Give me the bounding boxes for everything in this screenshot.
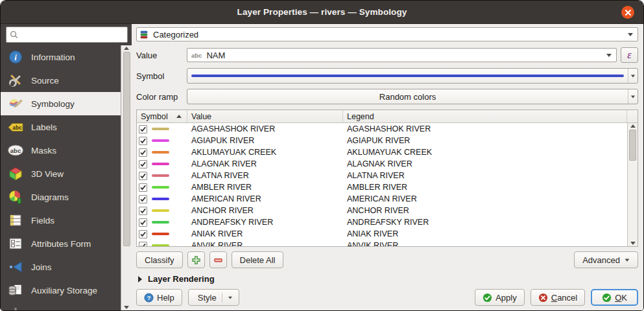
symbol-dropdown[interactable] [628,69,638,83]
column-header-legend[interactable]: Legend [343,110,627,122]
remove-category-button[interactable] [209,251,227,268]
checkmark-icon [139,196,147,203]
sidebar-item-joins[interactable]: Joins [1,255,121,279]
expression-builder-button[interactable]: ε [621,47,638,63]
style-button[interactable]: Style [188,289,239,306]
layer-properties-dialog: Layer Properties — rivers — Symbology iI… [0,0,644,311]
category-row[interactable]: AKLUMAYUAK CREEKAKLUMAYUAK CREEK [137,146,627,158]
sidebar-item-3d-view[interactable]: 3D View [1,162,121,185]
svg-text:abc: abc [10,147,20,154]
category-row[interactable]: ANDREAFSKY RIVERANDREAFSKY RIVER [137,216,627,228]
close-button[interactable] [621,6,634,19]
color-ramp-dropdown[interactable] [628,89,638,104]
category-checkbox[interactable] [139,242,147,247]
sidebar-item-symbology[interactable]: Symbology [1,92,121,115]
help-icon: ? [144,293,154,303]
sidebar-item-information[interactable]: iInformation [1,45,121,69]
checkmark-icon [139,184,147,191]
layer-rendering-label: Layer Rendering [148,274,215,284]
sidebar-item-masks[interactable]: abcMasks [1,139,121,162]
dialog-body: iInformationSourceSymbologyabcLabelsabcM… [1,24,643,310]
scroll-down-icon[interactable] [630,242,636,245]
cancel-icon [538,293,548,303]
renderer-selected-value: Categorized [153,30,198,40]
sidebar-scrollbar[interactable] [121,45,132,310]
sidebar-search-input[interactable] [21,30,124,40]
sidebar-item-source[interactable]: Source [1,69,121,92]
category-row[interactable]: ANIAK RIVERANIAK RIVER [137,228,627,240]
style-button-label: Style [198,293,217,303]
category-value: AMERICAN RIVER [187,194,343,203]
category-row[interactable]: ANCHOR RIVERANCHOR RIVER [137,205,627,216]
category-row[interactable]: ALAGNAK RIVERALAGNAK RIVER [137,158,627,170]
category-checkbox[interactable] [139,195,147,203]
category-row[interactable]: AMBLER RIVERAMBLER RIVER [137,181,627,193]
category-symbol-swatch [152,151,169,154]
category-checkbox[interactable] [139,218,147,227]
value-field-select[interactable]: abc NAM [187,48,617,62]
scroll-down-icon[interactable] [124,306,129,309]
category-checkbox[interactable] [139,125,147,133]
column-header-symbol[interactable]: Symbol [137,110,187,122]
sidebar-item-labels[interactable]: abcLabels [1,115,121,139]
category-symbol-swatch [152,233,169,235]
checkmark-icon [139,137,147,144]
sidebar-item-attributes-form[interactable]: Attributes Form [1,232,121,255]
value-field-name: NAM [206,51,225,60]
category-checkbox[interactable] [139,160,147,168]
category-symbol-swatch [152,244,169,246]
source-icon [6,73,24,88]
apply-button[interactable]: Apply [475,289,525,306]
delete-all-button[interactable]: Delete All [232,251,284,268]
category-value: AMBLER RIVER [187,183,343,192]
help-button-label: Help [157,293,174,303]
symbology-icon [6,96,24,111]
sidebar-item-auxiliary-storage[interactable]: Auxiliary Storage [1,279,121,302]
layer-rendering-expander[interactable]: Layer Rendering [138,274,638,284]
chevron-down-icon [606,54,612,57]
color-ramp-value: Random colors [187,92,628,102]
check-icon [483,293,492,303]
symbol-line-preview [191,75,624,77]
advanced-button[interactable]: Advanced [574,251,638,268]
category-checkbox[interactable] [139,230,147,238]
add-category-button[interactable] [187,251,205,268]
category-checkbox[interactable] [139,137,147,145]
category-row[interactable]: AMERICAN RIVERAMERICAN RIVER [137,193,627,205]
category-row[interactable]: ALATNA RIVERALATNA RIVER [137,170,627,181]
classify-button[interactable]: Classify [136,251,183,268]
category-checkbox[interactable] [139,207,147,215]
sidebar-item-diagrams[interactable]: Diagrams [1,185,121,209]
symbol-button[interactable] [187,68,638,84]
category-checkbox[interactable] [139,148,147,157]
color-ramp-label: Color ramp [136,92,183,102]
ok-button[interactable]: OK [591,289,638,306]
sidebar-item-label: Attributes Form [31,239,91,249]
category-legend: ANCHOR RIVER [343,206,627,215]
sidebar-scroll-thumb[interactable] [123,52,130,246]
scroll-up-icon[interactable] [124,47,129,50]
table-scroll-thumb[interactable] [629,130,636,161]
category-checkbox[interactable] [139,183,147,192]
category-row[interactable]: AGIAPUK RIVERAGIAPUK RIVER [137,135,627,146]
table-scrollbar[interactable] [627,123,638,246]
svg-text:abc: abc [12,124,22,131]
scroll-up-icon[interactable] [630,124,636,128]
help-button[interactable]: ? Help [136,289,182,306]
sidebar-item-label: Auxiliary Storage [31,286,97,295]
category-legend: AMBLER RIVER [343,183,627,192]
sidebar-item-fields[interactable]: Fields [1,209,121,232]
category-value: ANIAK RIVER [187,229,343,238]
category-checkbox[interactable] [139,172,147,180]
category-row[interactable]: AGASHASHOK RIVERAGASHASHOK RIVER [137,123,627,135]
color-ramp-select[interactable]: Random colors [187,89,638,104]
minus-icon [213,255,223,265]
sort-ascending-icon [176,115,182,118]
category-row[interactable]: ANVIK RIVERANVIK RIVER [137,240,627,246]
cancel-button[interactable]: Cancel [531,289,585,306]
sidebar-item-actions[interactable] [1,302,121,310]
sidebar-search-box[interactable] [6,27,128,43]
column-header-value[interactable]: Value [187,110,343,122]
renderer-select[interactable]: Categorized [136,27,638,41]
category-legend: ANIAK RIVER [343,229,627,238]
